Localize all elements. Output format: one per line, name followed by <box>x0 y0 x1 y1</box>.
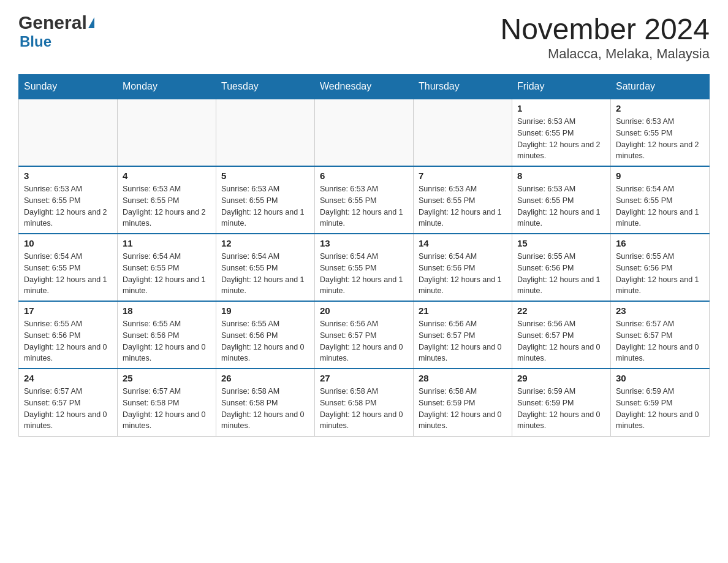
calendar-cell: 11Sunrise: 6:54 AMSunset: 6:55 PMDayligh… <box>118 234 216 301</box>
calendar-cell: 21Sunrise: 6:56 AMSunset: 6:57 PMDayligh… <box>414 301 512 369</box>
day-number: 5 <box>221 170 309 181</box>
day-number: 4 <box>123 170 211 181</box>
day-number: 18 <box>123 305 211 316</box>
calendar-cell: 22Sunrise: 6:56 AMSunset: 6:57 PMDayligh… <box>512 301 611 369</box>
calendar-cell: 27Sunrise: 6:58 AMSunset: 6:58 PMDayligh… <box>315 369 414 436</box>
day-info: Sunrise: 6:55 AMSunset: 6:56 PMDaylight:… <box>123 318 211 364</box>
week-row-4: 17Sunrise: 6:55 AMSunset: 6:56 PMDayligh… <box>19 301 710 369</box>
calendar-cell: 1Sunrise: 6:53 AMSunset: 6:55 PMDaylight… <box>512 99 611 166</box>
day-info: Sunrise: 6:55 AMSunset: 6:56 PMDaylight:… <box>221 318 309 364</box>
day-number: 9 <box>616 170 704 181</box>
calendar-cell: 29Sunrise: 6:59 AMSunset: 6:59 PMDayligh… <box>512 369 611 436</box>
calendar-cell <box>19 99 118 166</box>
calendar-cell: 10Sunrise: 6:54 AMSunset: 6:55 PMDayligh… <box>19 234 118 301</box>
day-info: Sunrise: 6:53 AMSunset: 6:55 PMDaylight:… <box>221 183 309 229</box>
calendar-cell: 2Sunrise: 6:53 AMSunset: 6:55 PMDaylight… <box>611 99 710 166</box>
day-number: 27 <box>320 373 408 383</box>
day-number: 16 <box>616 238 704 248</box>
logo-general-text: General <box>18 12 87 33</box>
day-number: 17 <box>24 305 112 316</box>
day-number: 2 <box>616 103 704 113</box>
calendar-table: SundayMondayTuesdayWednesdayThursdayFrid… <box>18 74 710 437</box>
calendar-cell: 19Sunrise: 6:55 AMSunset: 6:56 PMDayligh… <box>216 301 315 369</box>
day-number: 29 <box>517 373 605 383</box>
calendar-cell: 17Sunrise: 6:55 AMSunset: 6:56 PMDayligh… <box>19 301 118 369</box>
day-info: Sunrise: 6:53 AMSunset: 6:55 PMDaylight:… <box>517 183 605 229</box>
day-info: Sunrise: 6:57 AMSunset: 6:58 PMDaylight:… <box>123 386 211 432</box>
day-info: Sunrise: 6:57 AMSunset: 6:57 PMDaylight:… <box>616 318 704 364</box>
calendar-cell: 13Sunrise: 6:54 AMSunset: 6:55 PMDayligh… <box>315 234 414 301</box>
day-info: Sunrise: 6:54 AMSunset: 6:56 PMDaylight:… <box>419 251 507 297</box>
day-info: Sunrise: 6:55 AMSunset: 6:56 PMDaylight:… <box>517 251 605 297</box>
day-number: 20 <box>320 305 408 316</box>
day-info: Sunrise: 6:59 AMSunset: 6:59 PMDaylight:… <box>616 386 704 432</box>
day-number: 3 <box>24 170 112 181</box>
day-number: 6 <box>320 170 408 181</box>
calendar-header-saturday: Saturday <box>611 75 710 99</box>
day-number: 26 <box>221 373 309 383</box>
day-info: Sunrise: 6:56 AMSunset: 6:57 PMDaylight:… <box>320 318 408 364</box>
calendar-header-sunday: Sunday <box>19 75 118 99</box>
calendar-cell: 18Sunrise: 6:55 AMSunset: 6:56 PMDayligh… <box>118 301 216 369</box>
day-number: 13 <box>320 238 408 248</box>
calendar-header-thursday: Thursday <box>414 75 512 99</box>
week-row-1: 1Sunrise: 6:53 AMSunset: 6:55 PMDaylight… <box>19 99 710 166</box>
day-info: Sunrise: 6:58 AMSunset: 6:59 PMDaylight:… <box>419 386 507 432</box>
logo: General Blue <box>18 12 94 50</box>
day-number: 8 <box>517 170 605 181</box>
calendar-cell <box>414 99 512 166</box>
day-info: Sunrise: 6:54 AMSunset: 6:55 PMDaylight:… <box>123 251 211 297</box>
calendar-header-wednesday: Wednesday <box>315 75 414 99</box>
day-number: 14 <box>419 238 507 248</box>
calendar-cell: 24Sunrise: 6:57 AMSunset: 6:57 PMDayligh… <box>19 369 118 436</box>
day-info: Sunrise: 6:54 AMSunset: 6:55 PMDaylight:… <box>320 251 408 297</box>
day-info: Sunrise: 6:58 AMSunset: 6:58 PMDaylight:… <box>320 386 408 432</box>
day-number: 12 <box>221 238 309 248</box>
calendar-cell: 9Sunrise: 6:54 AMSunset: 6:55 PMDaylight… <box>611 166 710 234</box>
calendar-cell: 15Sunrise: 6:55 AMSunset: 6:56 PMDayligh… <box>512 234 611 301</box>
page-header: General Blue November 2024 Malacca, Mela… <box>18 12 710 62</box>
day-number: 22 <box>517 305 605 316</box>
calendar-cell: 12Sunrise: 6:54 AMSunset: 6:55 PMDayligh… <box>216 234 315 301</box>
day-info: Sunrise: 6:54 AMSunset: 6:55 PMDaylight:… <box>221 251 309 297</box>
day-info: Sunrise: 6:54 AMSunset: 6:55 PMDaylight:… <box>24 251 112 297</box>
day-number: 11 <box>123 238 211 248</box>
calendar-cell: 23Sunrise: 6:57 AMSunset: 6:57 PMDayligh… <box>611 301 710 369</box>
calendar-header-tuesday: Tuesday <box>216 75 315 99</box>
logo-blue-text: Blue <box>20 33 51 50</box>
day-info: Sunrise: 6:53 AMSunset: 6:55 PMDaylight:… <box>320 183 408 229</box>
day-number: 1 <box>517 103 605 113</box>
calendar-header-row: SundayMondayTuesdayWednesdayThursdayFrid… <box>19 75 710 99</box>
day-number: 15 <box>517 238 605 248</box>
calendar-cell: 16Sunrise: 6:55 AMSunset: 6:56 PMDayligh… <box>611 234 710 301</box>
calendar-cell <box>216 99 315 166</box>
calendar-cell: 14Sunrise: 6:54 AMSunset: 6:56 PMDayligh… <box>414 234 512 301</box>
day-info: Sunrise: 6:53 AMSunset: 6:55 PMDaylight:… <box>517 116 605 162</box>
calendar-cell: 20Sunrise: 6:56 AMSunset: 6:57 PMDayligh… <box>315 301 414 369</box>
logo-triangle-icon <box>88 17 94 28</box>
day-info: Sunrise: 6:56 AMSunset: 6:57 PMDaylight:… <box>517 318 605 364</box>
day-info: Sunrise: 6:59 AMSunset: 6:59 PMDaylight:… <box>517 386 605 432</box>
day-info: Sunrise: 6:53 AMSunset: 6:55 PMDaylight:… <box>616 116 704 162</box>
day-info: Sunrise: 6:54 AMSunset: 6:55 PMDaylight:… <box>616 183 704 229</box>
calendar-cell: 3Sunrise: 6:53 AMSunset: 6:55 PMDaylight… <box>19 166 118 234</box>
week-row-2: 3Sunrise: 6:53 AMSunset: 6:55 PMDaylight… <box>19 166 710 234</box>
day-info: Sunrise: 6:57 AMSunset: 6:57 PMDaylight:… <box>24 386 112 432</box>
day-number: 21 <box>419 305 507 316</box>
week-row-3: 10Sunrise: 6:54 AMSunset: 6:55 PMDayligh… <box>19 234 710 301</box>
day-info: Sunrise: 6:56 AMSunset: 6:57 PMDaylight:… <box>419 318 507 364</box>
day-info: Sunrise: 6:53 AMSunset: 6:55 PMDaylight:… <box>24 183 112 229</box>
calendar-cell: 4Sunrise: 6:53 AMSunset: 6:55 PMDaylight… <box>118 166 216 234</box>
calendar-cell: 26Sunrise: 6:58 AMSunset: 6:58 PMDayligh… <box>216 369 315 436</box>
calendar-cell: 8Sunrise: 6:53 AMSunset: 6:55 PMDaylight… <box>512 166 611 234</box>
day-info: Sunrise: 6:55 AMSunset: 6:56 PMDaylight:… <box>616 251 704 297</box>
day-info: Sunrise: 6:53 AMSunset: 6:55 PMDaylight:… <box>419 183 507 229</box>
calendar-cell: 6Sunrise: 6:53 AMSunset: 6:55 PMDaylight… <box>315 166 414 234</box>
page-subtitle: Malacca, Melaka, Malaysia <box>500 46 710 62</box>
day-number: 30 <box>616 373 704 383</box>
day-number: 7 <box>419 170 507 181</box>
calendar-cell <box>315 99 414 166</box>
calendar-cell: 7Sunrise: 6:53 AMSunset: 6:55 PMDaylight… <box>414 166 512 234</box>
day-number: 24 <box>24 373 112 383</box>
page-title: November 2024 <box>500 12 710 46</box>
